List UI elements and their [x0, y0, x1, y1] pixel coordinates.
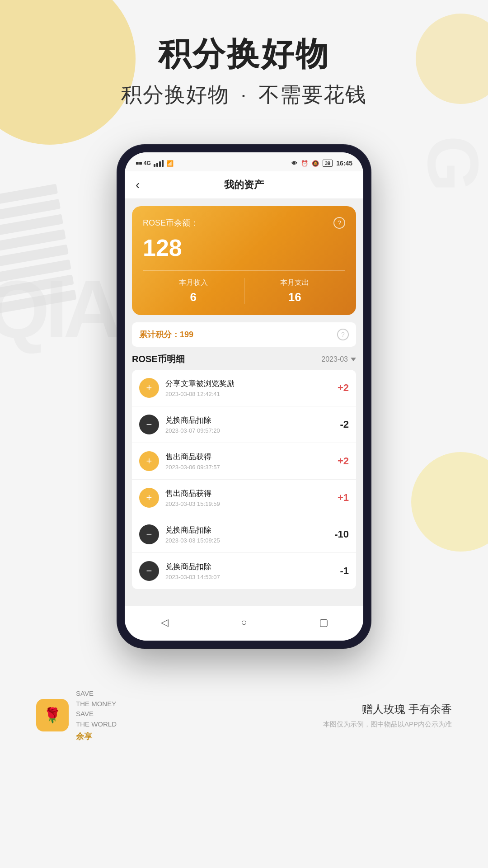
footer-brand: 🌹 SAVETHE MONEYSAVETHE WORLD 余享	[36, 689, 117, 742]
tx-icon-negative: −	[139, 415, 159, 434]
tx-info: 兑换商品扣除 2023-03-03 14:53:07	[165, 561, 333, 580]
transaction-list: + 分享文章被浏览奖励 2023-03-08 12:42:41 +2 − 兑换商…	[132, 370, 356, 589]
eye-icon: 👁	[291, 160, 297, 167]
alarm-icon: ⏰	[301, 160, 308, 167]
table-row: − 兑换商品扣除 2023-03-03 15:09:25 -10	[132, 516, 356, 553]
bottom-nav-bar: ◁ ○ ▢	[125, 606, 363, 641]
bottom-nav-recent[interactable]: ▢	[314, 613, 333, 632]
phone-screen: ■■ 4G 📶 👁 ⏰ 🔕 39 16:4	[125, 152, 363, 641]
tx-date: 2023-03-06 09:37:57	[165, 464, 331, 471]
main-title: 积分换好物	[0, 36, 488, 72]
tx-amount: +2	[338, 382, 349, 394]
subtitle-dot: ·	[241, 83, 248, 106]
status-bar: ■■ 4G 📶 👁 ⏰ 🔕 39 16:4	[125, 152, 363, 171]
footer-right: 赠人玫瑰 手有余香 本图仅为示例，图中物品以APP内公示为准	[323, 702, 452, 729]
page-subtitle: 积分换好物 · 不需要花钱	[0, 81, 488, 109]
tx-icon-negative: −	[139, 524, 159, 544]
table-row: + 分享文章被浏览奖励 2023-03-08 12:42:41 +2	[132, 370, 356, 406]
status-time: 16:45	[336, 160, 352, 167]
stat-expense: 本月支出 16	[244, 278, 346, 304]
balance-divider	[143, 270, 345, 271]
income-label: 本月收入	[143, 278, 244, 288]
tx-icon-positive: +	[139, 451, 159, 471]
date-filter-text: 2023-03	[321, 355, 348, 363]
back-button[interactable]: ‹	[136, 178, 140, 192]
balance-label-row: ROSE币余额： ?	[143, 217, 345, 229]
page-footer: 🌹 SAVETHE MONEYSAVETHE WORLD 余享 赠人玫瑰 手有余…	[0, 670, 488, 742]
brand-text-block: SAVETHE MONEYSAVETHE WORLD 余享	[76, 689, 117, 742]
table-row: − 兑换商品扣除 2023-03-07 09:57:20 -2	[132, 406, 356, 443]
date-filter[interactable]: 2023-03	[321, 355, 356, 363]
tx-amount: -2	[340, 419, 349, 430]
tx-amount: +2	[338, 455, 349, 467]
tx-name: 兑换商品扣除	[165, 561, 333, 572]
tx-date: 2023-03-03 14:53:07	[165, 574, 333, 580]
transaction-header: ROSE币明细 2023-03	[132, 347, 356, 370]
brand-slogan-text: SAVETHE MONEYSAVETHE WORLD	[76, 689, 117, 729]
tx-amount: -10	[334, 528, 349, 540]
tx-info: 售出商品获得 2023-03-06 09:37:57	[165, 452, 331, 471]
tx-name: 售出商品获得	[165, 452, 331, 462]
dropdown-icon	[351, 358, 356, 361]
tx-info: 兑换商品扣除 2023-03-07 09:57:20	[165, 415, 333, 434]
table-row: + 售出商品获得 2023-03-06 09:37:57 +2	[132, 443, 356, 480]
tx-info: 兑换商品扣除 2023-03-03 15:09:25	[165, 525, 328, 544]
tx-info: 分享文章被浏览奖励 2023-03-08 12:42:41	[165, 378, 331, 397]
income-value: 6	[143, 290, 244, 304]
balance-stats: 本月收入 6 本月支出 16	[143, 278, 345, 304]
signal-icon	[154, 160, 164, 167]
status-carrier: ■■ 4G	[136, 160, 151, 166]
stat-income: 本月收入 6	[143, 278, 244, 304]
tx-amount: -1	[340, 565, 349, 577]
bottom-nav-home[interactable]: ○	[234, 613, 254, 632]
tx-date: 2023-03-03 15:19:59	[165, 500, 331, 507]
tx-name: 分享文章被浏览奖励	[165, 378, 331, 389]
expense-label: 本月支出	[244, 278, 346, 288]
balance-help-icon[interactable]: ?	[333, 217, 345, 229]
tx-date: 2023-03-03 15:09:25	[165, 537, 328, 544]
subtitle-part2: 不需要花钱	[258, 83, 367, 106]
tx-name: 兑换商品扣除	[165, 525, 328, 535]
app-nav-bar: ‹ 我的资产	[125, 171, 363, 199]
brand-logo-icon: 🌹	[43, 707, 61, 724]
brand-logo: 🌹	[36, 699, 69, 731]
tx-icon-positive: +	[139, 378, 159, 398]
tx-icon-negative: −	[139, 561, 159, 581]
page-header: 积分换好物 积分换好物 · 不需要花钱	[0, 0, 488, 118]
tx-icon-positive: +	[139, 488, 159, 508]
points-row: 累计积分：199 ?	[132, 322, 356, 347]
table-row: − 兑换商品扣除 2023-03-03 14:53:07 -1	[132, 553, 356, 589]
expense-value: 16	[244, 290, 346, 304]
battery-indicator: 39	[323, 160, 333, 167]
tx-amount: +1	[338, 492, 349, 504]
wifi-icon: 📶	[166, 160, 174, 167]
table-row: + 售出商品获得 2023-03-03 15:19:59 +1	[132, 480, 356, 516]
balance-card: ROSE币余额： ? 128 本月收入 6 本	[132, 206, 356, 315]
balance-label: ROSE币余额：	[143, 217, 198, 228]
nav-title: 我的资产	[224, 178, 264, 192]
points-label: 累计积分：199	[139, 329, 193, 340]
tx-info: 售出商品获得 2023-03-03 15:19:59	[165, 488, 331, 507]
phone-frame: ■■ 4G 📶 👁 ⏰ 🔕 39 16:4	[117, 145, 371, 648]
status-bar-right: 👁 ⏰ 🔕 39 16:45	[291, 160, 352, 167]
tx-name: 兑换商品扣除	[165, 415, 333, 425]
mute-icon: 🔕	[312, 160, 319, 167]
bottom-nav-back[interactable]: ◁	[155, 613, 174, 632]
points-help-icon[interactable]: ?	[337, 329, 349, 340]
tx-date: 2023-03-07 09:57:20	[165, 427, 333, 434]
brand-name: 余享	[76, 731, 117, 742]
tx-date: 2023-03-08 12:42:41	[165, 391, 331, 397]
balance-amount: 128	[143, 234, 345, 261]
subtitle-part1: 积分换好物	[121, 83, 230, 106]
transaction-title: ROSE币明细	[132, 353, 185, 365]
footer-note: 本图仅为示例，图中物品以APP内公示为准	[323, 720, 452, 729]
phone-container: ■■ 4G 📶 👁 ⏰ 🔕 39 16:4	[0, 145, 488, 648]
tx-name: 售出商品获得	[165, 488, 331, 499]
app-content: ROSE币余额： ? 128 本月收入 6 本	[125, 199, 363, 606]
status-bar-left: ■■ 4G 📶	[136, 160, 174, 167]
footer-slogan: 赠人玫瑰 手有余香	[323, 702, 452, 717]
